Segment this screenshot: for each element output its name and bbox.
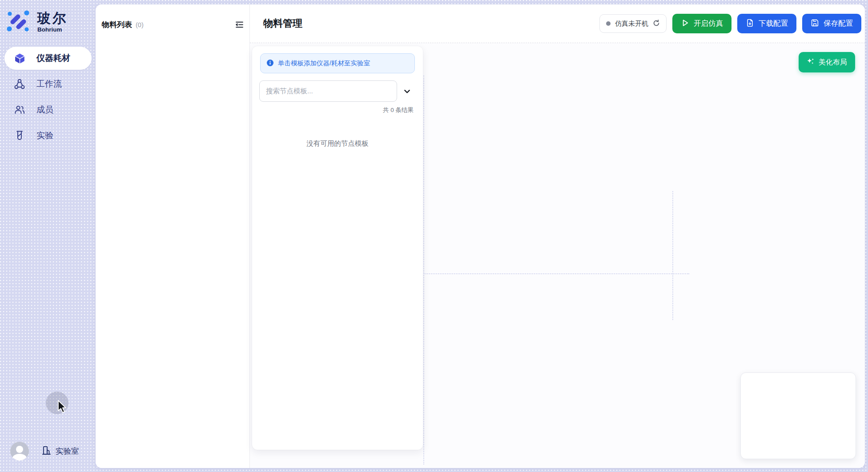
materials-list-header: 物料列表 (0) [96,4,249,30]
download-config-button[interactable]: 下载配置 [737,14,796,33]
start-simulation-button[interactable]: 开启仿真 [672,14,731,33]
test-tube-icon [13,129,26,142]
page-header: 物料管理 仿真未开机 [250,4,865,43]
template-hint-text: 单击模板添加仪器/耗材至实验室 [278,59,370,68]
app-root: { "brand": { "zh": "玻尔", "en": "Bohrium"… [0,0,868,472]
sidebar-item-label: 实验 [36,130,53,141]
status-dot-icon [606,21,611,26]
brand-name: 玻尔 Bohrium [37,11,68,33]
template-search-row [259,80,415,102]
materials-list-count: (0) [136,21,144,28]
collapse-panel-icon[interactable] [234,20,244,30]
beautify-layout-button[interactable]: 美化布局 [799,52,855,72]
mouse-cursor-icon [56,400,67,415]
sidebar-item-members[interactable]: 成员 [4,98,92,121]
header-actions: 仿真未开机 开启仿真 [599,14,861,33]
simulation-status-label: 仿真未开机 [615,20,648,28]
template-hint-banner: 单击模板添加仪器/耗材至实验室 [260,53,415,73]
file-download-icon [746,19,754,29]
chevron-down-icon[interactable] [403,87,411,96]
play-icon [681,19,689,29]
sparkles-icon [807,57,815,67]
sidebar-footer: 实验室 [10,442,79,460]
brand-name-zh: 玻尔 [37,11,68,25]
canvas-guide-vertical-2 [672,191,673,320]
page-title: 物料管理 [263,17,302,30]
lab-switcher[interactable]: 实验室 [41,445,79,458]
cube-icon [13,52,26,64]
user-avatar[interactable] [10,442,29,460]
refresh-icon [653,20,660,28]
workflow-cycle-icon [13,78,26,90]
bohrium-logo-icon [6,9,31,35]
sidebar-nav: 仪器耗材 工作流 成员 [4,47,92,150]
save-config-label: 保存配置 [824,19,853,28]
node-template-panel: 单击模板添加仪器/耗材至实验室 共 0 条结果 没有可用的节点模板 [252,46,423,450]
materials-list-title: 物料列表 [102,20,132,30]
brand-name-en: Bohrium [37,26,68,33]
start-simulation-label: 开启仿真 [694,19,723,28]
empty-templates-message: 没有可用的节点模板 [252,139,423,148]
sidebar-item-instruments[interactable]: 仪器耗材 [4,47,92,70]
materials-list-panel: 物料列表 (0) [96,4,250,468]
brand-logo: 玻尔 Bohrium [6,9,68,35]
canvas-area: 物料管理 仿真未开机 [250,4,865,468]
lab-label: 实验室 [56,446,79,456]
users-icon [13,104,26,116]
simulation-status-pill[interactable]: 仿真未开机 [599,14,667,33]
info-icon [266,59,274,68]
minimap[interactable] [740,372,856,459]
template-search-input[interactable] [259,80,397,102]
results-count: 共 0 条结果 [261,106,414,114]
save-config-button[interactable]: 保存配置 [802,14,861,33]
sidebar-item-experiments[interactable]: 实验 [4,124,92,147]
download-config-label: 下载配置 [759,19,788,28]
canvas-guide-horizontal [405,273,689,274]
canvas-guide-vertical-1 [423,76,424,464]
building-icon [41,445,52,458]
sidebar-item-workflow[interactable]: 工作流 [4,72,92,96]
sidebar-item-label: 成员 [36,104,53,116]
workspace-window: 物料列表 (0) 物料管理 仿真未开机 [96,4,865,468]
sidebar-item-label: 工作流 [36,78,62,90]
sidebar-item-label: 仪器耗材 [36,52,70,64]
save-icon [811,19,819,29]
beautify-layout-label: 美化布局 [819,58,847,67]
